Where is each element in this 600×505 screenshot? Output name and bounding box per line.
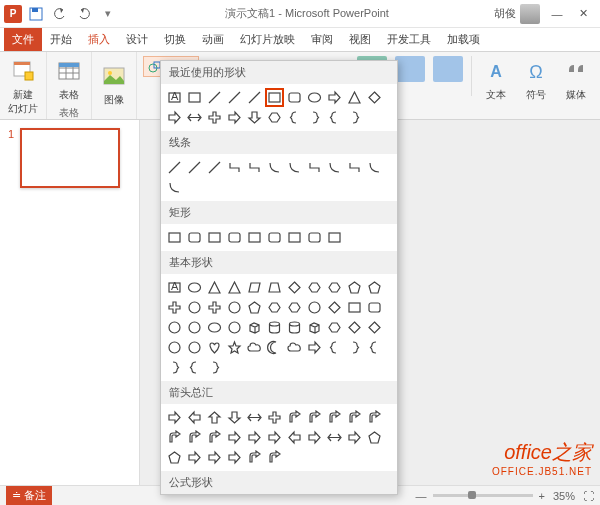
shape-item[interactable] (285, 88, 304, 107)
shape-item[interactable] (345, 298, 364, 317)
shape-item[interactable] (305, 278, 324, 297)
tab-start[interactable]: 开始 (42, 28, 80, 51)
shape-item[interactable] (185, 448, 204, 467)
shape-item[interactable] (225, 408, 244, 427)
shape-item[interactable] (285, 278, 304, 297)
shape-item[interactable] (285, 108, 304, 127)
shape-item[interactable] (205, 278, 224, 297)
shape-item[interactable] (245, 228, 264, 247)
shape-item[interactable] (205, 318, 224, 337)
shape-item[interactable] (165, 178, 184, 197)
shape-item[interactable] (165, 318, 184, 337)
shape-item[interactable] (225, 338, 244, 357)
shape-item[interactable] (185, 358, 204, 377)
shape-item[interactable] (205, 408, 224, 427)
slide-thumbnail[interactable] (20, 128, 120, 188)
fit-button[interactable]: ⛶ (583, 490, 594, 502)
shape-item[interactable] (265, 318, 284, 337)
image-button[interactable]: 图像 (98, 61, 130, 109)
shape-item[interactable] (185, 338, 204, 357)
shape-item[interactable] (345, 428, 364, 447)
shape-item[interactable] (165, 298, 184, 317)
shape-item[interactable] (185, 228, 204, 247)
save-icon[interactable] (26, 4, 46, 24)
shape-item[interactable] (365, 158, 384, 177)
shape-item[interactable] (265, 428, 284, 447)
shape-item[interactable] (205, 108, 224, 127)
zoom-slider[interactable] (433, 494, 533, 497)
shape-item[interactable] (365, 318, 384, 337)
shape-item[interactable] (205, 358, 224, 377)
shape-item[interactable] (225, 278, 244, 297)
shape-item[interactable] (165, 428, 184, 447)
shape-item[interactable] (185, 298, 204, 317)
shape-item[interactable] (245, 108, 264, 127)
shape-item[interactable] (265, 88, 284, 107)
shape-item[interactable] (245, 408, 264, 427)
shape-item[interactable] (205, 88, 224, 107)
shape-item[interactable] (225, 108, 244, 127)
tab-review[interactable]: 审阅 (303, 28, 341, 51)
shape-item[interactable] (365, 278, 384, 297)
shape-item[interactable] (225, 298, 244, 317)
redo-icon[interactable] (74, 4, 94, 24)
undo-icon[interactable] (50, 4, 70, 24)
shape-item[interactable] (165, 408, 184, 427)
shape-item[interactable] (265, 108, 284, 127)
shape-item[interactable] (165, 338, 184, 357)
user-avatar[interactable] (520, 4, 540, 24)
shape-item[interactable] (165, 228, 184, 247)
shape-item[interactable] (305, 408, 324, 427)
shape-item[interactable] (285, 338, 304, 357)
shape-item[interactable] (305, 88, 324, 107)
shape-item[interactable] (225, 158, 244, 177)
tab-file[interactable]: 文件 (4, 28, 42, 51)
notes-button[interactable]: ≐ 备注 (6, 486, 52, 505)
text-button[interactable]: A文本 (480, 56, 512, 104)
zoom-out[interactable]: ― (416, 490, 427, 502)
shape-item[interactable] (185, 318, 204, 337)
shape-item[interactable] (325, 298, 344, 317)
shape-item[interactable] (325, 88, 344, 107)
shape-item[interactable] (325, 228, 344, 247)
shape-item[interactable] (185, 108, 204, 127)
shape-item[interactable] (245, 88, 264, 107)
new-slide-button[interactable]: 新建 幻灯片 (6, 56, 40, 118)
shape-item[interactable] (205, 448, 224, 467)
shape-item[interactable] (225, 318, 244, 337)
shape-item[interactable] (265, 298, 284, 317)
qat-more-icon[interactable]: ▾ (98, 4, 118, 24)
shape-item[interactable] (325, 278, 344, 297)
shape-item[interactable] (225, 448, 244, 467)
shape-item[interactable] (345, 408, 364, 427)
shape-item[interactable] (165, 158, 184, 177)
symbols-button[interactable]: Ω符号 (520, 56, 552, 104)
shape-item[interactable] (365, 88, 384, 107)
shape-item[interactable] (305, 318, 324, 337)
ribbon-icon[interactable] (433, 56, 463, 82)
shape-item[interactable] (185, 158, 204, 177)
shape-item[interactable] (165, 358, 184, 377)
shape-item[interactable] (325, 158, 344, 177)
shape-item[interactable] (325, 408, 344, 427)
shape-item[interactable] (325, 428, 344, 447)
shape-item[interactable] (345, 338, 364, 357)
shape-item[interactable] (245, 158, 264, 177)
shape-item[interactable] (245, 428, 264, 447)
shape-item[interactable]: A (165, 278, 184, 297)
shape-item[interactable] (245, 338, 264, 357)
close-button[interactable]: ✕ (570, 4, 596, 24)
shape-item[interactable] (345, 158, 364, 177)
shape-item[interactable] (205, 228, 224, 247)
shape-item[interactable] (225, 228, 244, 247)
shape-item[interactable] (185, 408, 204, 427)
shape-item[interactable] (285, 428, 304, 447)
tab-animation[interactable]: 动画 (194, 28, 232, 51)
shape-item[interactable] (285, 158, 304, 177)
shape-item[interactable] (305, 158, 324, 177)
tab-developer[interactable]: 开发工具 (379, 28, 439, 51)
tab-view[interactable]: 视图 (341, 28, 379, 51)
shape-item[interactable] (265, 278, 284, 297)
shape-item[interactable] (165, 108, 184, 127)
tab-transition[interactable]: 切换 (156, 28, 194, 51)
